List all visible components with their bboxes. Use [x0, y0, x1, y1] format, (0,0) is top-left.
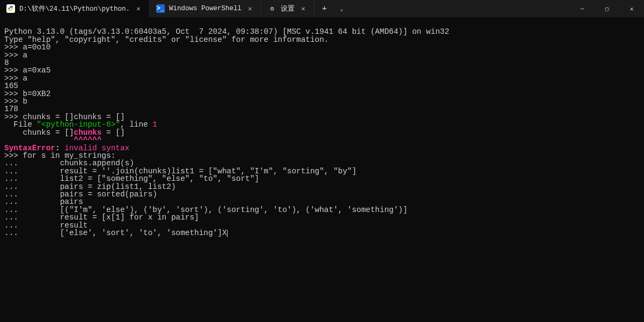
- tab-label: 设置: [281, 4, 295, 13]
- error-line-num: 1: [152, 120, 157, 129]
- close-window-button[interactable]: ✕: [619, 0, 644, 17]
- error-file-mid: , line: [120, 120, 152, 129]
- input-line: a: [23, 74, 28, 83]
- text-cursor: [227, 230, 228, 237]
- input-line: ['else', 'sort', 'to', 'something']X: [23, 229, 227, 237]
- new-tab-button[interactable]: +: [314, 0, 334, 17]
- svg-point-0: [10, 6, 10, 7]
- svg-point-1: [11, 10, 12, 11]
- tab-python[interactable]: D:\软件\24.11\Python\python. ✕: [0, 0, 150, 17]
- tab-close-button[interactable]: ✕: [246, 4, 254, 13]
- tab-settings[interactable]: ⚙ 设置 ✕: [261, 0, 314, 17]
- tab-label: Windows PowerShell: [169, 5, 241, 12]
- continuation: ...: [4, 229, 23, 237]
- python-icon: [6, 4, 15, 13]
- minimize-button[interactable]: —: [570, 0, 595, 17]
- maximize-button[interactable]: ▢: [595, 0, 619, 17]
- titlebar: D:\软件\24.11\Python\python. ✕ >_ Windows …: [0, 0, 644, 17]
- window-controls: — ▢ ✕: [570, 0, 644, 17]
- tab-dropdown-button[interactable]: ⌄: [334, 0, 349, 17]
- gear-icon: ⚙: [268, 4, 276, 13]
- tab-close-button[interactable]: ✕: [134, 4, 143, 13]
- powershell-icon: >_: [156, 4, 165, 13]
- tab-label: D:\软件\24.11\Python\python.: [19, 4, 130, 13]
- terminal-output[interactable]: Python 3.13.0 (tags/v3.13.0:60403a5, Oct…: [0, 17, 644, 240]
- banner-line: Type "help", "copyright", "credits" or "…: [4, 35, 329, 44]
- tab-close-button[interactable]: ✕: [299, 4, 308, 13]
- tab-powershell[interactable]: >_ Windows PowerShell ✕: [150, 0, 261, 17]
- input-line: a: [23, 51, 28, 60]
- error-code-post: = []: [101, 128, 125, 137]
- input-line: b: [23, 97, 28, 106]
